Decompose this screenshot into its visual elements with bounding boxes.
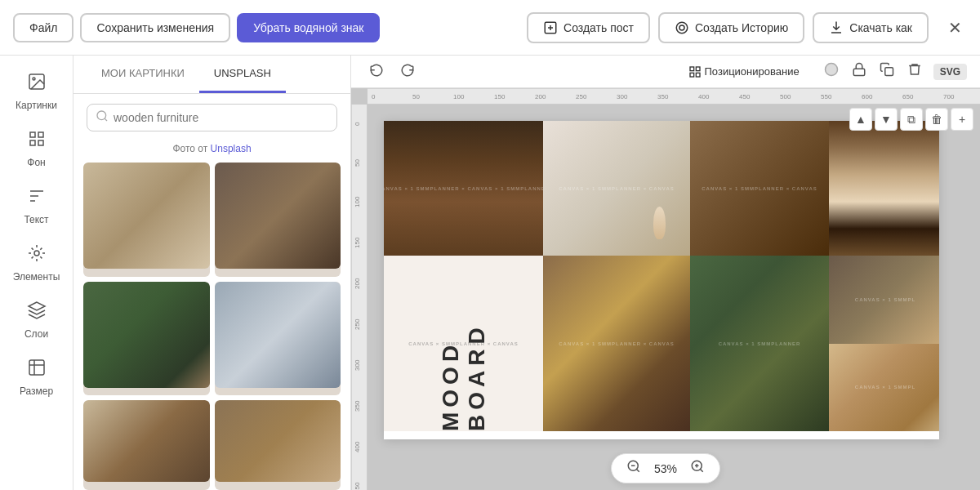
sidebar-item-elements-label: Элементы: [13, 271, 60, 283]
nav-down-button[interactable]: ▼: [875, 108, 898, 131]
delete-button[interactable]: [902, 60, 927, 83]
create-story-button[interactable]: Создать Историю: [658, 12, 804, 43]
save-button[interactable]: Сохранить изменения: [80, 13, 230, 42]
sidebar-item-images[interactable]: Картинки: [0, 62, 73, 119]
fill-button[interactable]: [819, 60, 844, 83]
canvas-toolbar-right: [819, 60, 927, 83]
main-layout: Картинки Фон Текст: [0, 56, 980, 490]
mb-cell-frames: CANVAS × 1 SMMPLANNER × CANVAS: [543, 256, 690, 431]
svg-text:0: 0: [372, 93, 376, 100]
undo-button[interactable]: [364, 60, 389, 83]
svg-text:250: 250: [576, 93, 587, 100]
svg-text:200: 200: [535, 93, 546, 100]
svg-text:550: 550: [821, 93, 832, 100]
canvas-toolbar: Позиционирование: [351, 56, 980, 88]
positioning-label: Позиционирование: [705, 65, 800, 78]
image-grid: [74, 163, 350, 490]
svg-text:50: 50: [354, 159, 361, 167]
svg-rect-13: [696, 73, 700, 77]
file-button[interactable]: Файл: [13, 13, 74, 42]
size-icon: [27, 358, 47, 382]
redo-button[interactable]: [395, 60, 420, 83]
zoom-in-button[interactable]: [688, 459, 706, 478]
mb-cell-room: CANVAS × 1 SMMPLANNER × CANVAS: [543, 121, 690, 256]
create-post-icon: [543, 20, 558, 35]
topbar-actions: Создать пост Создать Историю Скачать как…: [527, 12, 967, 43]
nav-del-button[interactable]: 🗑: [925, 108, 948, 131]
svg-text:0: 0: [354, 122, 361, 126]
canvas-nav: ▲ ▼ ⧉ 🗑 +: [849, 108, 973, 131]
nav-up-button[interactable]: ▲: [849, 108, 872, 131]
sidebar-item-text-label: Текст: [24, 214, 48, 225]
create-post-button[interactable]: Создать пост: [527, 12, 650, 43]
image-card-6[interactable]: [215, 400, 341, 490]
ruler-left: 0 50 100 150 200 250 300 350 400 450: [351, 105, 368, 490]
svg-text:300: 300: [617, 93, 628, 100]
canvas-content: CANVAS × 1 SMMPLANNER × CANVAS × 1 SMMPL…: [368, 105, 980, 457]
watermark-desk: CANVAS × 1 SMMPL: [829, 344, 939, 432]
image-card-5[interactable]: [83, 400, 210, 490]
svg-rect-12: [690, 73, 694, 77]
download-button[interactable]: Скачать как: [813, 12, 929, 43]
elements-icon: [27, 243, 47, 268]
mb-cell-swatches: [829, 121, 939, 256]
svg-point-3: [676, 22, 688, 33]
svg-point-9: [97, 111, 106, 120]
svg-point-7: [34, 251, 39, 256]
unsplash-link[interactable]: Unsplash: [211, 143, 252, 154]
tab-unsplash[interactable]: UNSPLASH: [199, 56, 286, 93]
image-card-4[interactable]: [215, 282, 341, 396]
image-card-2[interactable]: [215, 163, 341, 277]
watermark-frames: CANVAS × 1 SMMPLANNER × CANVAS: [543, 256, 690, 431]
sidebar-item-layers-label: Слои: [24, 328, 48, 340]
positioning-button[interactable]: Позиционирование: [682, 62, 806, 82]
watermark-button[interactable]: Убрать водяной знак: [237, 13, 380, 42]
sidebar-item-text[interactable]: Текст: [0, 176, 73, 234]
mb-cell-wood: CANVAS × 1 SMMPLANNER × CANVAS × 1 SMMPL…: [384, 121, 543, 256]
svg-rect-11: [696, 67, 700, 71]
copy-button[interactable]: [875, 60, 899, 83]
tab-my-images[interactable]: МОИ КАРТИНКИ: [87, 56, 199, 93]
close-button[interactable]: ✕: [943, 13, 967, 42]
sidebar-item-elements[interactable]: Элементы: [0, 234, 73, 291]
watermark-room: CANVAS × 1 SMMPLANNER × CANVAS: [543, 121, 690, 256]
topbar: Файл Сохранить изменения Убрать водяной …: [0, 0, 980, 56]
svg-text:400: 400: [354, 441, 361, 452]
zoom-out-button[interactable]: [625, 459, 643, 478]
moodboard-grid: CANVAS × 1 SMMPLANNER × CANVAS × 1 SMMPL…: [384, 121, 939, 439]
search-input[interactable]: wooden furniture: [114, 111, 328, 124]
layers-icon: [27, 301, 47, 325]
watermark-chair2: CANVAS × 1 SMMPL: [829, 256, 939, 344]
svg-text:350: 350: [657, 93, 669, 100]
svg-text:150: 150: [494, 93, 506, 100]
svg-rect-15: [884, 68, 893, 76]
moodboard-title-text: MOOD BOARD: [438, 256, 490, 431]
background-icon: [27, 129, 47, 154]
watermark-chair1: CANVAS × 1 SMMPLANNER × CANVAS: [690, 121, 829, 256]
sidebar-item-size[interactable]: Размер: [0, 348, 73, 405]
zoom-bar: 53%: [611, 453, 720, 483]
text-icon: [27, 186, 47, 211]
canvas-wrapper[interactable]: 0 50 100 150 200 250 300 350 400 450 500…: [351, 88, 980, 490]
image-card-3[interactable]: [83, 282, 210, 396]
sidebar-item-layers[interactable]: Слои: [0, 291, 73, 348]
mb-cell-chair2: CANVAS × 1 SMMPL: [829, 256, 939, 344]
mb-cell-moodboard-text: MOOD BOARD CANVAS × SMMPLANNER × CANVAS: [384, 256, 543, 431]
svg-text:450: 450: [354, 482, 361, 490]
nav-add-button[interactable]: +: [951, 108, 973, 131]
svg-text:500: 500: [780, 93, 791, 100]
panel: МОИ КАРТИНКИ UNSPLASH wooden furniture Ф…: [74, 56, 351, 490]
sidebar-item-size-label: Размер: [20, 385, 53, 397]
lock-button[interactable]: [847, 60, 871, 83]
svg-text:300: 300: [354, 359, 361, 371]
image-card-1[interactable]: [83, 163, 210, 277]
panel-tabs: МОИ КАРТИНКИ UNSPLASH: [74, 56, 350, 94]
nav-copy2-button[interactable]: ⧉: [900, 108, 923, 131]
sidebar-item-background[interactable]: Фон: [0, 119, 73, 176]
svg-rect-8: [29, 360, 44, 375]
sidebar-item-images-label: Картинки: [16, 100, 57, 111]
mb-cell-chair1: CANVAS × 1 SMMPLANNER × CANVAS: [690, 121, 829, 256]
svg-badge: SVG: [933, 64, 967, 80]
svg-text:650: 650: [902, 93, 914, 100]
moodboard[interactable]: CANVAS × 1 SMMPLANNER × CANVAS × 1 SMMPL…: [384, 121, 939, 439]
